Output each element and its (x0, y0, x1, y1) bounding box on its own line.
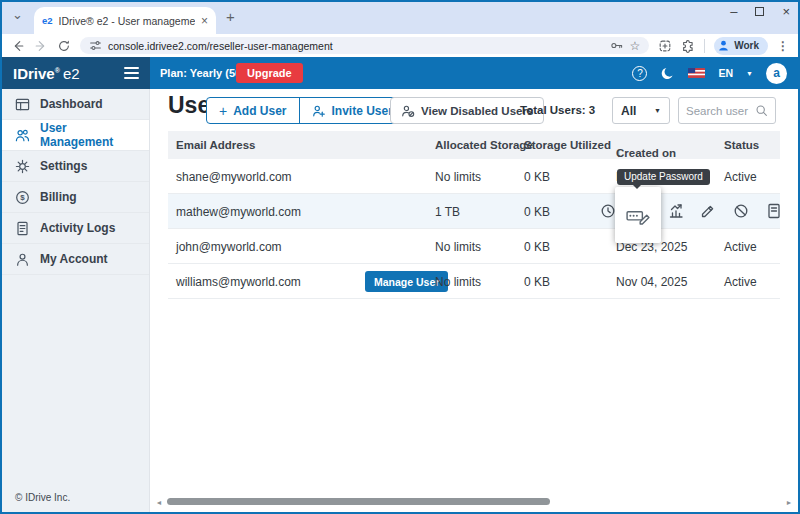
sidebar-item-my-account[interactable]: My Account (2, 244, 149, 275)
logo-block: IDrive®e2 (2, 57, 150, 89)
browser-menu-icon[interactable]: ⋮ (777, 39, 789, 53)
total-users-label: Total Users: 3 (520, 104, 595, 116)
sidebar: Dashboard User Management Settings $ Bil… (2, 89, 150, 512)
organize-tabs-icon[interactable] (658, 39, 672, 53)
scroll-left-icon[interactable]: ◄ (153, 499, 165, 506)
table-header: Email Address Allocated Storage Storage … (168, 131, 780, 159)
profile-chip[interactable]: Work (714, 37, 768, 55)
search-icon[interactable] (755, 104, 768, 117)
disable-ban-icon[interactable] (733, 203, 749, 219)
app-root: IDrive®e2 Plan: Yearly (50 TB) Upgrade ?… (2, 57, 798, 512)
toolbar-divider (704, 39, 705, 53)
person-disabled-icon (401, 104, 415, 118)
language-label[interactable]: EN (718, 67, 733, 79)
idrive-e2-logo: IDrive®e2 (13, 65, 80, 82)
window-close-button[interactable]: × (782, 4, 790, 19)
tab-search-chevron-icon[interactable]: ⌄ (12, 8, 23, 21)
table-row-hovered[interactable]: mathew@myworld.com 1 TB 0 KB (168, 194, 780, 229)
sidebar-item-user-management[interactable]: User Management (2, 120, 149, 151)
plus-icon: + (219, 103, 227, 119)
browser-tab[interactable]: e2 IDrive® e2 - User management × (34, 7, 216, 34)
usage-chart-icon[interactable] (668, 203, 684, 219)
scrollbar-track[interactable] (165, 498, 783, 506)
site-info-icon[interactable] (89, 39, 102, 52)
window-maximize-button[interactable] (755, 7, 764, 16)
person-plus-icon (312, 104, 326, 118)
tab-strip: ⌄ e2 IDrive® e2 - User management × + – … (2, 2, 798, 34)
new-tab-button[interactable]: + (226, 8, 235, 25)
password-key-icon[interactable] (610, 39, 623, 52)
copyright-label: © IDrive Inc. (15, 492, 70, 503)
extensions-puzzle-icon[interactable] (681, 39, 695, 53)
upgrade-button[interactable]: Upgrade (236, 63, 303, 83)
window-controls: – × (730, 4, 790, 19)
sidebar-item-settings[interactable]: Settings (2, 151, 149, 182)
back-icon[interactable] (11, 39, 25, 53)
search-box (678, 97, 776, 124)
dark-mode-moon-icon[interactable] (660, 66, 675, 81)
us-flag-icon (688, 68, 705, 78)
refresh-icon[interactable] (57, 39, 71, 53)
users-icon (15, 128, 30, 143)
profile-person-icon (717, 39, 730, 52)
scroll-right-icon[interactable]: ► (783, 499, 795, 506)
update-password-popover[interactable] (615, 187, 661, 243)
add-user-button[interactable]: + Add User (207, 98, 299, 123)
main-content: Users + Add User Invite Users View Disab… (150, 89, 798, 512)
help-icon[interactable]: ? (632, 66, 647, 81)
forward-icon[interactable] (34, 39, 48, 53)
gear-icon (15, 159, 30, 174)
dropdown-caret-icon: ▼ (654, 107, 661, 114)
app-header: IDrive®e2 Plan: Yearly (50 TB) Upgrade ?… (2, 57, 798, 89)
table-row[interactable]: john@myworld.com No limits 0 KB Dec 23, … (168, 229, 780, 264)
window-minimize-button[interactable]: – (730, 4, 737, 19)
sidebar-item-activity-logs[interactable]: Activity Logs (2, 213, 149, 244)
logs-document-icon[interactable] (766, 203, 782, 219)
update-password-icon (626, 205, 650, 225)
svg-text:$: $ (20, 193, 25, 202)
address-bar[interactable]: console.idrivee2.com/reseller-user-manag… (80, 37, 649, 54)
user-actions-group: + Add User Invite Users (206, 97, 413, 124)
dollar-icon: $ (15, 190, 30, 205)
search-input[interactable] (686, 105, 751, 117)
account-avatar[interactable]: a (766, 63, 787, 84)
scrollbar-thumb[interactable] (167, 498, 550, 505)
sort-down-icon: ↓ (616, 147, 622, 159)
update-password-tooltip: Update Password (617, 169, 710, 185)
person-icon (15, 252, 30, 267)
browser-window: ⌄ e2 IDrive® e2 - User management × + – … (0, 0, 800, 514)
edit-pencil-icon[interactable] (700, 203, 716, 219)
horizontal-scrollbar[interactable]: ◄ ► (153, 497, 795, 507)
profile-label: Work (734, 40, 759, 51)
dashboard-icon (15, 97, 30, 112)
sidebar-item-billing[interactable]: $ Billing (2, 182, 149, 213)
sidebar-item-dashboard[interactable]: Dashboard (2, 89, 149, 120)
bookmark-star-icon[interactable]: ☆ (629, 40, 640, 52)
table-row[interactable]: williams@myworld.com Manage User No limi… (168, 264, 780, 299)
circular-action-icon[interactable] (600, 203, 616, 219)
user-filter-dropdown[interactable]: All ▼ (612, 97, 670, 124)
document-icon (15, 221, 30, 236)
header-actions: ? EN ▼ a (632, 57, 787, 89)
url-text: console.idrivee2.com/reseller-user-manag… (108, 40, 604, 52)
language-caret-icon[interactable]: ▼ (746, 70, 753, 77)
tab-title: IDrive® e2 - User management (59, 15, 195, 27)
site-favicon: e2 (42, 15, 53, 26)
hamburger-menu-icon[interactable] (124, 64, 139, 82)
browser-toolbar: console.idrivee2.com/reseller-user-manag… (2, 34, 798, 57)
tab-close-icon[interactable]: × (201, 14, 208, 28)
